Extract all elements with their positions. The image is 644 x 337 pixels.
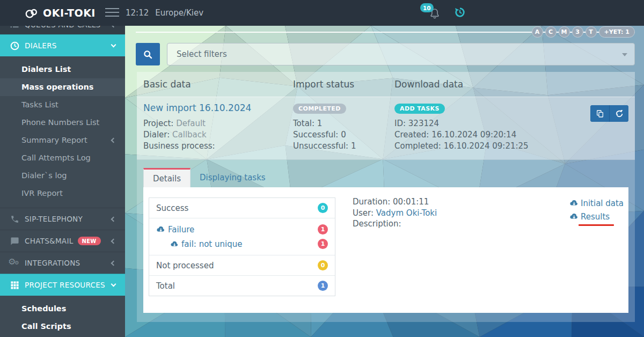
import-title-link[interactable]: New import 16.10.2024 (143, 102, 251, 113)
row-actions (590, 105, 628, 122)
list-header: Basic data Import status Download data (137, 72, 635, 97)
workspace-badge-a[interactable]: A (532, 26, 543, 38)
sidebar-item-summary-report[interactable]: Summary Report (0, 131, 125, 149)
import-card: Basic data Import status Download data N… (137, 72, 635, 322)
grid-icon (8, 281, 21, 290)
chevron-left-icon (111, 138, 116, 143)
gears-icon: ⚙⚙ (8, 258, 21, 268)
workspace-badge-m[interactable]: M (559, 26, 570, 38)
chat-icon (8, 237, 21, 246)
sidebar-item-queues-and-calls[interactable]: QUEUES AND CALLS (0, 26, 125, 34)
sidebar-item-call-attempts-log[interactable]: Call Attempts Log (0, 149, 125, 167)
chevron-down-icon (111, 282, 116, 287)
import-row: New import 16.10.2024 Project: Default D… (137, 97, 635, 160)
filter-select-input[interactable] (167, 43, 635, 65)
sidebar-item-label: SIP-TELEPHONY (25, 215, 83, 223)
sidebar-item-chats-mail[interactable]: CHATS&MAIL NEW (0, 230, 125, 252)
dropdown-caret-icon[interactable] (622, 53, 627, 56)
sidebar-item-integrations[interactable]: ⚙⚙ INTEGRATIONS (0, 252, 125, 274)
sidebar-item-tasks-list[interactable]: Tasks List (0, 96, 125, 114)
time-label: 12:12 (126, 8, 149, 18)
cloud-download-icon (569, 213, 578, 220)
project-line: Project: Default (143, 118, 293, 129)
row-success: Success 0 (149, 198, 335, 218)
tab-details[interactable]: Details (143, 168, 191, 187)
filter-bar (136, 43, 635, 65)
chevron-left-icon (111, 216, 116, 222)
workspace-badge-3[interactable]: 3 (572, 26, 583, 38)
sidebar-item-ivr-report[interactable]: IVR Report (0, 185, 125, 202)
search-icon (143, 49, 153, 60)
sidebar-item-schedules[interactable]: Schedules (0, 300, 125, 318)
column-basic-data: Basic data (143, 79, 293, 90)
row-failure: Failure 1 fail: not unique 1 (149, 218, 335, 255)
project-resources-submenu: Schedules Call Scripts (0, 296, 125, 337)
oki-toki-logo-icon (25, 6, 39, 20)
details-table: Success 0 Failure 1 fail: not (149, 197, 335, 296)
initial-data-link[interactable]: Initial data (569, 196, 624, 210)
clock-icon (8, 41, 21, 51)
hamburger-menu-icon[interactable] (105, 8, 119, 17)
failure-link[interactable]: Failure (156, 225, 194, 235)
history-button[interactable] (454, 6, 466, 18)
duration-line: Duration: 00:01:11 (353, 196, 437, 208)
row-not-processed-count: 0 (318, 260, 328, 270)
chevron-left-icon (111, 26, 116, 27)
tabs: Details Displaying tasks (143, 168, 635, 187)
refresh-button[interactable] (610, 105, 628, 122)
notifications-count-badge: 10 (420, 3, 434, 12)
brand-name: OKI-TOKI (43, 7, 96, 19)
sidebar-item-label: QUEUES AND CALLS (25, 26, 100, 29)
completed-line: Completed: 16.10.2024 09:21:25 (394, 141, 635, 152)
sidebar-item-dialers-log[interactable]: Dialer`s log (0, 167, 125, 185)
cloud-download-icon (156, 226, 165, 233)
total-line: Total: 1 (293, 118, 394, 129)
sidebar-item-dialers-list[interactable]: Dialers List (0, 61, 125, 78)
sidebar-item-label: PROJECT RESOURCES (25, 281, 105, 289)
sidebar-item-dialers[interactable]: DIALERS (0, 34, 125, 56)
refresh-icon (615, 109, 624, 118)
sidebar-item-phone-numbers-list[interactable]: Phone Numbers List (0, 114, 125, 131)
copy-button[interactable] (590, 105, 609, 122)
tab-displaying-tasks[interactable]: Displaying tasks (191, 168, 275, 187)
workspace-badge-t[interactable]: T (586, 26, 597, 38)
search-button[interactable] (136, 43, 160, 65)
results-link[interactable]: Results (569, 210, 624, 223)
timezone-label: Europe/Kiev (155, 8, 203, 18)
row-not-processed: Not processed 0 (149, 255, 335, 276)
successful-line: Successful: 0 (293, 129, 394, 141)
workspace-badge-more[interactable]: +YET: 1 (599, 26, 635, 38)
row-total: Total 1 (149, 276, 335, 296)
row-total-label: Total (156, 281, 175, 291)
import-info: Duration: 00:01:11 User: Vadym Oki-Toki … (353, 196, 437, 230)
sidebar: QUEUES AND CALLS DIALERS Dialers List Ma… (0, 26, 125, 337)
dialers-submenu: Dialers List Mass operations Tasks List … (0, 56, 125, 208)
list-icon (8, 26, 21, 30)
chevron-left-icon (111, 238, 116, 244)
copy-icon (596, 109, 604, 118)
status-badge: COMPLETED (293, 104, 346, 114)
sidebar-item-call-scripts[interactable]: Call Scripts (0, 318, 125, 335)
sidebar-item-sip-telephony[interactable]: SIP-TELEPHONY (0, 208, 125, 230)
notifications-button[interactable]: 10 (426, 5, 444, 23)
row-failure-sub-count: 1 (318, 239, 328, 249)
topbar: OKI-TOKI 12:12 Europe/Kiev 10 (0, 0, 644, 26)
cloud-download-icon (569, 200, 578, 207)
row-failure-count: 1 (318, 224, 328, 235)
business-process-line: Business process: (143, 141, 293, 152)
workspace-badge-c[interactable]: C (545, 26, 557, 38)
sidebar-item-mass-operations[interactable]: Mass operations (0, 78, 125, 96)
sidebar-item-project-resources[interactable]: PROJECT RESOURCES (0, 274, 125, 296)
brand[interactable]: OKI-TOKI (0, 6, 96, 20)
add-tasks-button[interactable]: ADD TASKS (394, 104, 445, 114)
row-not-processed-label: Not processed (156, 261, 214, 270)
failure-sub-link[interactable]: fail: not unique (170, 239, 242, 249)
chevron-left-icon (111, 260, 116, 266)
download-links: Initial data Results (569, 196, 624, 226)
column-import-status: Import status (293, 79, 394, 90)
user-link[interactable]: Vadym Oki-Toki (376, 208, 437, 218)
row-success-count: 0 (318, 203, 328, 213)
sidebar-item-label: DIALERS (25, 41, 57, 50)
unsuccessful-line: Unsuccessful: 1 (293, 141, 394, 152)
results-highlight-underline (579, 224, 614, 226)
